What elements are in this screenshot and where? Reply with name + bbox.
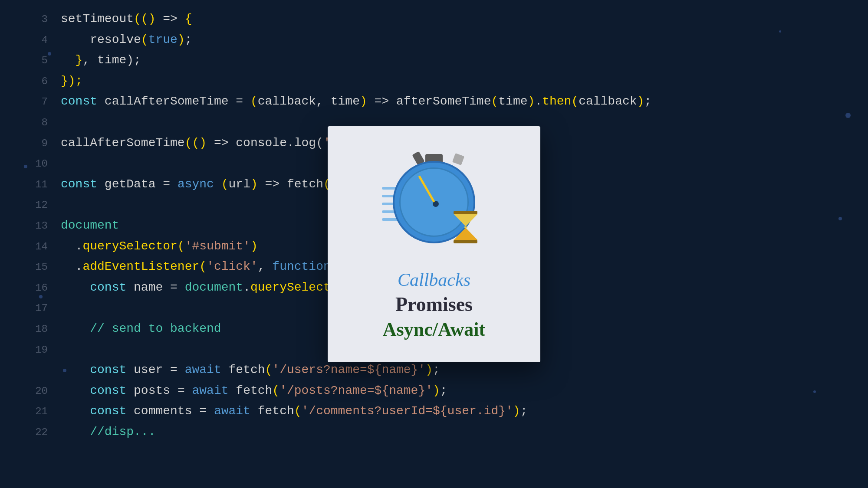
hourglass-icon [454, 211, 477, 243]
clock-pin [452, 153, 464, 165]
modal-dialog: Callbacks Promises Async/Await [328, 126, 540, 362]
modal-title-async: Async/Await [383, 318, 485, 341]
clock-icon [382, 148, 486, 252]
modal-overlay: Callbacks Promises Async/Await [0, 0, 868, 488]
modal-title-callbacks: Callbacks [398, 269, 470, 290]
modal-illustration [345, 144, 523, 256]
modal-title-promises: Promises [395, 293, 473, 316]
